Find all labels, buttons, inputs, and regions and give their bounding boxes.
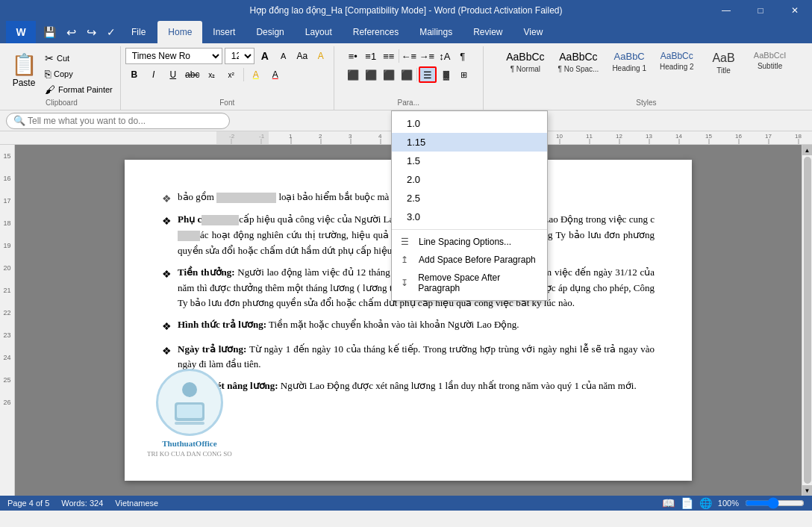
remove-space-after-label: Remove Space After Paragraph xyxy=(418,272,538,293)
scroll-down-button[interactable]: ▼ xyxy=(802,485,813,496)
copy-icon: ⎘ xyxy=(45,68,51,80)
sort-button[interactable]: ↕A xyxy=(437,48,453,64)
font-color-button[interactable]: A xyxy=(266,66,284,83)
subscript-button[interactable]: x₂ xyxy=(203,66,221,83)
style-subtitle[interactable]: AaBbCcI Subtitle xyxy=(748,48,793,73)
tab-mailings[interactable]: Mailings xyxy=(409,21,463,43)
format-painter-button[interactable]: 🖌 Format Painter xyxy=(42,82,116,97)
svg-text:10: 10 xyxy=(556,133,563,140)
spacing-3-0[interactable]: 3.0 xyxy=(392,208,547,226)
style-title[interactable]: AaB Title xyxy=(702,48,746,78)
web-layout-button[interactable]: 🌐 xyxy=(699,497,712,509)
save-quick-btn[interactable]: 💾 xyxy=(40,25,59,40)
align-right-button[interactable]: ⬛ xyxy=(381,66,397,83)
show-formatting-button[interactable]: ¶ xyxy=(455,48,471,64)
align-left-button[interactable]: ⬛ xyxy=(345,66,361,83)
numbering-button[interactable]: ≡1 xyxy=(363,48,379,64)
ruler-num-16: 16 xyxy=(3,175,10,182)
view-controls: 📖 📄 🌐 100% xyxy=(662,497,805,509)
scroll-up-button[interactable]: ▲ xyxy=(802,145,813,155)
bullet-item-chedonang: ❖ Chế độ xét nâng lương: Người Lao Động … xyxy=(162,378,655,396)
tab-layout[interactable]: Layout xyxy=(295,21,343,43)
style-h2-preview: AaBbCc xyxy=(660,51,693,61)
cut-button[interactable]: ✂ Cut xyxy=(42,51,116,66)
title-bar: Hợp đồng lao động_Ha [Compatibility Mode… xyxy=(0,0,812,21)
svg-text:15: 15 xyxy=(705,133,712,140)
svg-text:14: 14 xyxy=(675,133,682,140)
ruler-num-19: 19 xyxy=(3,242,10,249)
style-nospace-label: ¶ No Spac... xyxy=(558,65,599,73)
bullet-diamond-ngaythuong: ❖ xyxy=(162,343,172,360)
paste-button[interactable]: 📋 Paste xyxy=(7,48,40,91)
change-case-button[interactable]: Aa xyxy=(294,48,310,64)
style-heading2[interactable]: AaBbCc Heading 2 xyxy=(654,48,700,74)
clear-formatting-button[interactable]: A xyxy=(313,48,329,64)
style-heading1[interactable]: AaBbC Heading 1 xyxy=(606,48,652,75)
maximize-button[interactable]: □ xyxy=(743,0,778,21)
paste-label: Paste xyxy=(13,78,36,88)
increase-indent-button[interactable]: →≡ xyxy=(419,48,435,64)
align-center-button[interactable]: ⬛ xyxy=(363,66,379,83)
tab-references[interactable]: References xyxy=(343,21,409,43)
bold-button[interactable]: B xyxy=(125,66,143,83)
justify-button[interactable]: ⬛ xyxy=(399,66,415,83)
styles-group: AaBbCc ¶ Normal AaBbCc ¶ No Spac... AaBb… xyxy=(484,46,809,110)
close-button[interactable]: ✕ xyxy=(778,0,812,21)
tab-view[interactable]: View xyxy=(513,21,554,43)
watermark-area: ThuthuatOfficeTRI KO CUA DAN CONG SO xyxy=(147,369,232,458)
tell-me-input[interactable] xyxy=(6,113,230,129)
remove-space-after[interactable]: ↧ Remove Space After Paragraph xyxy=(392,269,547,297)
tab-design[interactable]: Design xyxy=(246,21,294,43)
ruler-num-22: 22 xyxy=(3,309,10,316)
line-spacing-options[interactable]: ☰ Line Spacing Options... xyxy=(392,233,547,251)
copy-button[interactable]: ⎘ Copy xyxy=(42,66,116,81)
redo-quick-btn[interactable]: ↪ xyxy=(84,24,99,41)
ruler-num-15: 15 xyxy=(3,152,10,160)
font-size-select[interactable]: 12 xyxy=(225,48,254,64)
spacing-1-5[interactable]: 1.5 xyxy=(392,152,547,170)
text-highlight-button[interactable]: A xyxy=(247,66,265,83)
decrease-indent-button[interactable]: ←≡ xyxy=(401,48,417,64)
multilevel-list-button[interactable]: ≡≡ xyxy=(381,48,397,64)
style-no-space[interactable]: AaBbCc ¶ No Spac... xyxy=(552,48,605,76)
clipboard-label: Clipboard xyxy=(46,99,78,107)
shrink-font-button[interactable]: A xyxy=(275,48,292,64)
shading-button[interactable]: ▓ xyxy=(438,66,455,83)
print-layout-button[interactable]: 📄 xyxy=(681,497,693,509)
minimize-button[interactable]: — xyxy=(709,0,743,21)
tab-insert[interactable]: Insert xyxy=(202,21,246,43)
scroll-thumb[interactable] xyxy=(804,157,811,484)
style-title-preview: AaB xyxy=(712,51,734,65)
ruler-num-20: 20 xyxy=(3,264,10,272)
spacing-2-5[interactable]: 2.5 xyxy=(392,189,547,208)
add-space-before-icon: ↥ xyxy=(401,255,413,265)
font-name-select[interactable]: Times New Ro xyxy=(125,48,222,64)
line-spacing-button[interactable]: ☰ xyxy=(419,66,437,83)
bullets-button[interactable]: ≡• xyxy=(345,48,361,64)
tab-review[interactable]: Review xyxy=(463,21,513,43)
svg-text:18: 18 xyxy=(795,133,802,140)
paste-icon: 📋 xyxy=(12,51,36,78)
italic-button[interactable]: I xyxy=(145,66,163,83)
tell-me-wrapper: 🔍 xyxy=(6,113,304,129)
word-count: Words: 324 xyxy=(61,499,103,508)
vertical-scrollbar[interactable]: ▲ ▼ xyxy=(802,145,812,496)
underline-button[interactable]: U xyxy=(164,66,182,83)
spacing-1-0[interactable]: 1.0 xyxy=(392,114,547,133)
grow-font-button[interactable]: A xyxy=(257,48,273,64)
spacing-2-0[interactable]: 2.0 xyxy=(392,170,547,189)
borders-button[interactable]: ⊞ xyxy=(456,66,472,83)
bullet-item-hinhthuong: ❖ Hình thức trả lương: Tiền mặt hoặc chu… xyxy=(162,317,655,335)
tab-home[interactable]: Home xyxy=(157,21,202,43)
para-divider2 xyxy=(416,68,417,81)
tab-file[interactable]: File xyxy=(119,21,157,43)
add-space-before[interactable]: ↥ Add Space Before Paragraph xyxy=(392,251,547,269)
strikethrough-button[interactable]: abc xyxy=(184,66,202,83)
undo-quick-btn[interactable]: ↩ xyxy=(63,24,79,41)
check-quick-btn[interactable]: ✓ xyxy=(104,25,119,40)
spacing-1-15[interactable]: 1.15 xyxy=(392,133,547,152)
superscript-button[interactable]: x² xyxy=(222,66,240,83)
zoom-slider[interactable] xyxy=(745,497,805,509)
style-normal[interactable]: AaBbCc ¶ Normal xyxy=(500,48,550,76)
read-mode-button[interactable]: 📖 xyxy=(662,497,675,509)
